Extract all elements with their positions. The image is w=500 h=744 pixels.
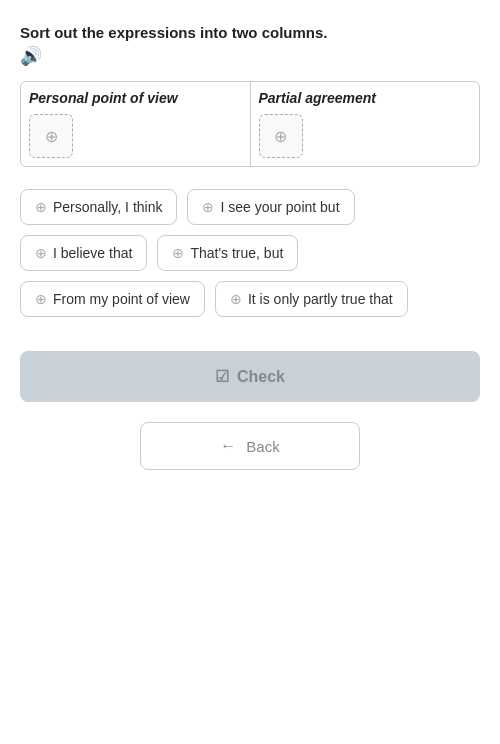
back-button-label: Back — [246, 438, 279, 455]
audio-button[interactable]: 🔊 — [20, 45, 42, 67]
drag-item-label-item5: From my point of view — [53, 291, 190, 307]
drag-items-container: ⊕Personally, I think⊕I see your point bu… — [20, 185, 480, 321]
drop-zone-personal-icon: ⊕ — [45, 127, 58, 146]
back-button[interactable]: ← Back — [140, 422, 360, 470]
drag-item-item6[interactable]: ⊕It is only partly true that — [215, 281, 408, 317]
drop-zone-personal[interactable]: ⊕ — [29, 114, 73, 158]
column-partial-header: Partial agreement — [259, 90, 472, 106]
drag-item-label-item2: I see your point but — [220, 199, 339, 215]
check-button-label: Check — [237, 368, 285, 386]
instruction-text: Sort out the expressions into two column… — [20, 24, 480, 41]
drag-item-item4[interactable]: ⊕That's true, but — [157, 235, 298, 271]
column-personal[interactable]: Personal point of view ⊕ — [21, 82, 251, 166]
drop-zone-partial-icon: ⊕ — [274, 127, 287, 146]
drop-zone-partial[interactable]: ⊕ — [259, 114, 303, 158]
drag-item-label-item4: That's true, but — [190, 245, 283, 261]
drag-item-label-item1: Personally, I think — [53, 199, 162, 215]
drag-item-item1[interactable]: ⊕Personally, I think — [20, 189, 177, 225]
drag-item-label-item3: I believe that — [53, 245, 132, 261]
drag-item-item5[interactable]: ⊕From my point of view — [20, 281, 205, 317]
drag-handle-item1: ⊕ — [35, 199, 47, 215]
drag-handle-item4: ⊕ — [172, 245, 184, 261]
column-partial[interactable]: Partial agreement ⊕ — [251, 82, 480, 166]
drag-handle-item6: ⊕ — [230, 291, 242, 307]
check-icon: ☑ — [215, 367, 229, 386]
drag-item-item3[interactable]: ⊕I believe that — [20, 235, 147, 271]
drag-handle-item5: ⊕ — [35, 291, 47, 307]
drag-handle-item3: ⊕ — [35, 245, 47, 261]
drag-item-item2[interactable]: ⊕I see your point but — [187, 189, 354, 225]
sort-table: Personal point of view ⊕ Partial agreeme… — [20, 81, 480, 167]
check-button[interactable]: ☑ Check — [20, 351, 480, 402]
column-personal-header: Personal point of view — [29, 90, 242, 106]
back-arrow-icon: ← — [220, 437, 236, 455]
drag-handle-item2: ⊕ — [202, 199, 214, 215]
drag-item-label-item6: It is only partly true that — [248, 291, 393, 307]
